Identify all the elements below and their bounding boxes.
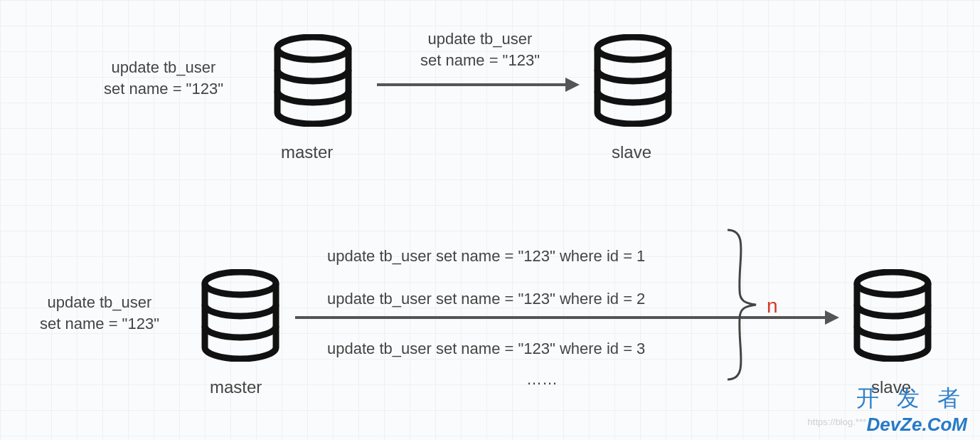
bottom-input-sql-line2: set name = "123": [7, 313, 192, 335]
top-replicated-sql-line2: set name = "123": [388, 50, 572, 71]
bottom-input-sql: update tb_user set name = "123": [7, 292, 192, 334]
svg-point-3: [597, 37, 669, 60]
expanded-sql-2: update tb_user set name = "123" where id…: [327, 288, 645, 310]
database-icon: [590, 34, 676, 127]
expanded-sql-ellipsis: ……: [526, 369, 558, 390]
svg-point-7: [857, 272, 928, 295]
curly-brace-icon: [724, 226, 760, 383]
watermark-cn: 开 发 者: [856, 383, 966, 414]
bottom-master-label: master: [210, 377, 262, 397]
top-input-sql-line1: update tb_user: [71, 57, 256, 78]
top-input-sql-line2: set name = "123": [71, 78, 256, 100]
arrow-right-icon: [377, 75, 580, 95]
database-icon: [270, 34, 356, 127]
watermark-url: https://blog.***: [808, 417, 866, 427]
top-input-sql: update tb_user set name = "123": [71, 57, 256, 99]
bottom-input-sql-line1: update tb_user: [7, 292, 192, 313]
slave-db-icon: [590, 34, 676, 127]
top-master-label: master: [281, 142, 333, 162]
svg-marker-6: [825, 310, 839, 325]
svg-point-4: [205, 272, 276, 295]
database-icon: [198, 269, 283, 362]
expanded-sql-3: update tb_user set name = "123" where id…: [327, 338, 645, 360]
bottom-master-db-icon: [198, 269, 283, 362]
svg-point-0: [277, 37, 348, 60]
bottom-slave-db-icon: [850, 269, 935, 362]
n-label: n: [767, 295, 778, 318]
watermark-en: DevZe.CoM: [866, 414, 967, 436]
top-replicated-sql: update tb_user set name = "123": [388, 28, 572, 70]
master-db-icon: [270, 34, 356, 127]
top-replicated-sql-line1: update tb_user: [388, 28, 572, 50]
database-icon: [850, 269, 935, 362]
svg-marker-2: [565, 78, 580, 92]
top-slave-label: slave: [612, 142, 651, 162]
top-arrow: [377, 75, 580, 95]
expanded-sql-1: update tb_user set name = "123" where id…: [327, 246, 645, 267]
brace-right-icon: [724, 226, 760, 383]
